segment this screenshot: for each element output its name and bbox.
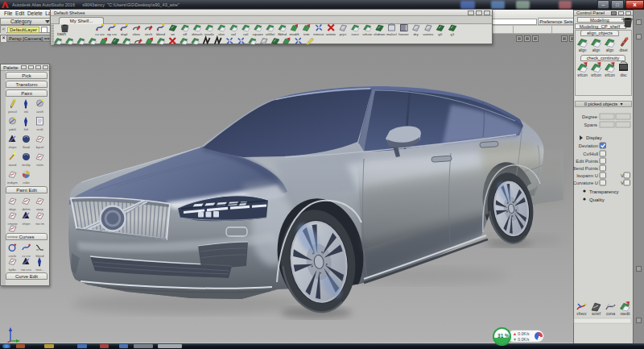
- svg-text:shrpn: shrpn: [22, 222, 30, 226]
- svg-text:Quality: Quality: [589, 197, 605, 202]
- svg-text:prjct: prjct: [340, 32, 347, 36]
- svg-text:ink: ink: [24, 110, 28, 114]
- svg-text:horver: horver: [398, 32, 409, 36]
- svg-text:Degree: Degree: [582, 114, 597, 119]
- svg-text:Curvature U: Curvature U: [573, 181, 598, 185]
- svg-text:V: V: [621, 181, 624, 185]
- svg-text:Cv/Hull: Cv/Hull: [583, 152, 598, 156]
- svg-text:V: V: [621, 173, 624, 178]
- svg-text:color: color: [23, 181, 30, 185]
- svg-text:mulscl: mulscl: [386, 32, 396, 36]
- svg-text:detach: detach: [192, 32, 203, 36]
- svg-text:axepap: axepap: [7, 235, 19, 239]
- svg-text:shrpn: shrpn: [8, 145, 16, 149]
- svg-text:xsedit: xsedit: [620, 312, 630, 316]
- svg-text:sforv: sforv: [133, 32, 141, 36]
- svg-text:revolv: revolv: [204, 32, 215, 36]
- svg-text:srfcon: srfcon: [591, 73, 601, 77]
- svg-text:align: align: [606, 48, 614, 52]
- svg-text:rail: rail: [243, 32, 248, 36]
- svg-text:nw im: nw im: [35, 222, 44, 226]
- svg-text:Transparency: Transparency: [589, 189, 618, 194]
- svg-text:srfcon: srfcon: [577, 73, 588, 77]
- svg-text:pdsft: pdsft: [9, 127, 17, 131]
- svg-text:ersft: ersft: [37, 127, 44, 131]
- svg-text:strch: strch: [145, 32, 153, 36]
- svg-text:Edit Points: Edit Points: [576, 159, 598, 164]
- svg-text:curva: curva: [606, 312, 616, 316]
- svg-text:text...: text...: [36, 268, 44, 272]
- svg-text:warp: warp: [36, 207, 43, 211]
- svg-text:pencil: pencil: [8, 110, 17, 114]
- svg-text:isect: isect: [352, 32, 360, 36]
- svg-text:untrim: untrim: [326, 32, 336, 36]
- svg-text:Deviation: Deviation: [579, 143, 598, 148]
- svg-text:wand: wand: [9, 163, 17, 167]
- svg-text:scrsrf: scrsrf: [592, 312, 601, 316]
- svg-text:dupl: dupl: [121, 32, 127, 36]
- svg-text:off: off: [183, 32, 188, 36]
- svg-text:airsft: airsft: [36, 110, 44, 114]
- svg-text:bycol: bycol: [36, 145, 43, 149]
- svg-text:blend: blend: [156, 32, 165, 36]
- svg-text:rail: rail: [231, 32, 236, 36]
- svg-text:flood: flood: [23, 145, 30, 149]
- svg-text:nw cca: nw cca: [21, 268, 31, 272]
- svg-text:srfillet: srfillet: [266, 32, 275, 36]
- svg-text:txtim: txtim: [36, 163, 43, 167]
- svg-text:align: align: [579, 48, 587, 52]
- svg-text:Spans: Spans: [584, 123, 598, 127]
- svg-text:mdsym: mdsym: [7, 181, 19, 185]
- svg-text:ffblnd: ffblnd: [278, 32, 287, 36]
- svg-text:blend: blend: [36, 254, 44, 258]
- svg-text:modift: modift: [290, 32, 300, 36]
- svg-text:usetex: usetex: [423, 32, 434, 36]
- svg-text:g0: g0: [438, 32, 442, 36]
- svg-text:trimcvt: trimcvt: [313, 32, 324, 36]
- svg-text:trim: trim: [303, 32, 310, 36]
- svg-text:square: square: [253, 32, 264, 36]
- svg-text:cv crv: cv crv: [22, 254, 30, 258]
- svg-text:on: on: [171, 32, 175, 36]
- svg-text:felt: felt: [24, 127, 29, 131]
- svg-text:align: align: [592, 48, 601, 52]
- svg-text:imshp: imshp: [22, 163, 31, 167]
- svg-text:kptbc: kptbc: [9, 268, 17, 272]
- svg-text:dry: dry: [414, 32, 419, 36]
- svg-text:Isoparm U: Isoparm U: [576, 173, 598, 178]
- svg-text:defrm: defrm: [22, 207, 31, 211]
- svg-text:cmanp: cmanp: [7, 222, 18, 226]
- svg-text:Display: Display: [586, 135, 602, 140]
- svg-text:circle: circle: [9, 254, 17, 258]
- svg-text:shdnon: shdnon: [374, 32, 386, 36]
- svg-text:ep crv: ep crv: [107, 32, 118, 36]
- svg-text:cv crv: cv crv: [95, 32, 105, 36]
- svg-text:Blend Points: Blend Points: [573, 166, 598, 171]
- svg-text:trash: trash: [57, 31, 66, 36]
- svg-text:disc: disc: [620, 73, 627, 77]
- svg-text:skin: skin: [218, 32, 225, 36]
- svg-text:dtset: dtset: [620, 48, 629, 52]
- svg-text:srfcon: srfcon: [362, 32, 373, 36]
- svg-text:g1: g1: [450, 32, 454, 36]
- svg-text:xfrecv: xfrecv: [576, 312, 587, 316]
- svg-text:srfcon: srfcon: [605, 73, 615, 77]
- svg-text:idayr: idayr: [9, 207, 16, 211]
